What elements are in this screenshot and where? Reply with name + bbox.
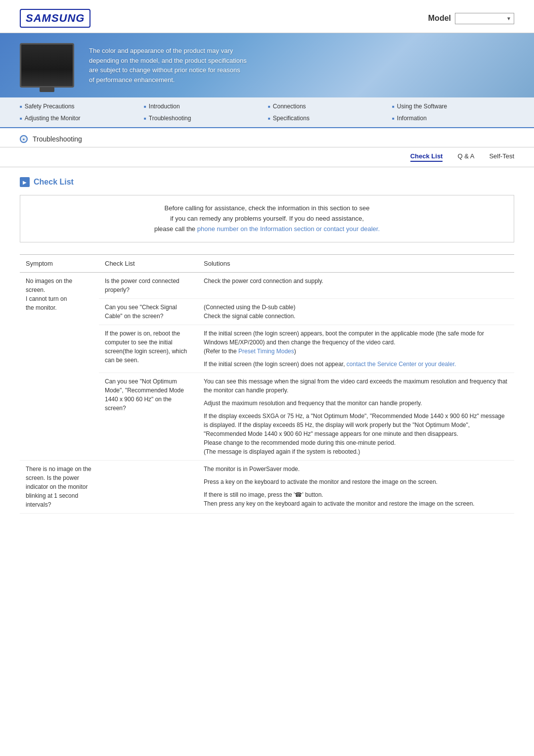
model-select[interactable] (455, 13, 514, 24)
solution-para: If the initial screen (the login screen)… (204, 329, 508, 356)
banner-text: The color and appearance of the product … (89, 46, 247, 85)
main-content: Check List Before calling for assistance… (0, 167, 534, 533)
model-label: Model (428, 14, 451, 23)
table-row: No images on the screen.I cannot turn on… (20, 273, 514, 299)
nav-specifications[interactable]: Specifications (268, 113, 390, 123)
section-icon (20, 177, 30, 187)
checklist-cell-1: Is the power cord connected properly? (99, 273, 198, 299)
checklist-cell-3: If the power is on, reboot the computer … (99, 325, 198, 373)
solution-para: Check the power cord connection and supp… (204, 277, 508, 285)
nav-information[interactable]: Information (392, 113, 514, 123)
solution-para: (Connected using the D-sub cable)Check t… (204, 303, 508, 321)
solutions-cell-5: The monitor is in PowerSaver mode. Press… (198, 461, 514, 514)
nav-safety-precautions[interactable]: Safety Precautions (20, 101, 142, 111)
tab-qa[interactable]: Q & A (457, 152, 474, 162)
breadcrumb-title: Troubleshooting (33, 135, 82, 143)
header: SAMSUNG Model (0, 0, 534, 33)
table-row: There is no image on the screen. Is the … (20, 461, 514, 514)
sub-navigation: Check List Q & A Self-Test (0, 147, 534, 167)
solution-para: If there is still no image, press the '☎… (204, 490, 508, 508)
nav-adjusting-monitor[interactable]: Adjusting the Monitor (20, 113, 142, 123)
col-header-checklist: Check List (99, 255, 198, 273)
solution-para: Press a key on the keyboard to activate … (204, 477, 508, 486)
model-select-wrap[interactable] (455, 13, 514, 24)
symptom-cell-5: There is no image on the screen. Is the … (20, 461, 99, 514)
nav-troubleshooting[interactable]: Troubleshooting (144, 113, 266, 123)
service-center-link[interactable]: contact the Service Center or your deale… (347, 361, 456, 368)
symptom-cell-1: No images on the screen.I cannot turn on… (20, 273, 99, 461)
checklist-cell-5 (99, 461, 198, 514)
banner: The color and appearance of the product … (0, 33, 534, 97)
checklist-cell-4: Can you see "Not Optimum Mode", "Recomme… (99, 373, 198, 461)
nav-using-software[interactable]: Using the Software (392, 101, 514, 111)
info-text-2: if you can remedy any problems yourself.… (170, 215, 364, 222)
breadcrumb: Troubleshooting (0, 128, 534, 147)
model-area: Model (428, 13, 514, 24)
solutions-cell-3: If the initial screen (the login screen)… (198, 325, 514, 373)
samsung-logo: SAMSUNG (20, 9, 90, 28)
col-header-solutions: Solutions (198, 255, 514, 273)
section-title: Check List (34, 178, 74, 187)
info-text-1: Before calling for assistance, check the… (165, 204, 370, 212)
solution-para: Adjust the maximum resolution and freque… (204, 399, 508, 408)
solutions-cell-4: You can see this message when the signal… (198, 373, 514, 461)
monitor-image (20, 43, 74, 88)
troubleshooting-table: Symptom Check List Solutions No images o… (20, 254, 514, 514)
breadcrumb-icon (20, 135, 28, 143)
tab-self-test[interactable]: Self-Test (489, 152, 514, 162)
navigation: Safety Precautions Introduction Connecti… (0, 97, 534, 128)
tab-check-list[interactable]: Check List (410, 152, 443, 162)
solutions-cell-1: Check the power cord connection and supp… (198, 273, 514, 299)
solution-para: The monitor is in PowerSaver mode. (204, 465, 508, 473)
solution-para: If the display exceeds SXGA or 75 Hz, a … (204, 412, 508, 456)
col-header-symptom: Symptom (20, 255, 99, 273)
info-link[interactable]: phone number on the Information section … (197, 225, 380, 233)
solution-para: If the initial screen (the login screen)… (204, 360, 508, 369)
checklist-cell-2: Can you see "Check Signal Cable" on the … (99, 299, 198, 325)
section-heading: Check List (20, 177, 514, 187)
nav-connections[interactable]: Connections (268, 101, 390, 111)
solution-para: You can see this message when the signal… (204, 377, 508, 395)
info-text-3: please call the (154, 225, 197, 233)
preset-timing-link[interactable]: Preset Timing Modes (238, 348, 294, 355)
info-box: Before calling for assistance, check the… (20, 195, 514, 242)
nav-introduction[interactable]: Introduction (144, 101, 266, 111)
solutions-cell-2: (Connected using the D-sub cable)Check t… (198, 299, 514, 325)
